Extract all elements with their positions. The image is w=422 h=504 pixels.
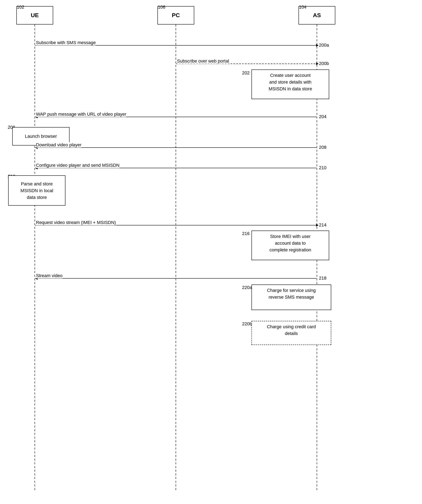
label-subscribe-web: Subscribe over web portal <box>177 59 229 64</box>
ref-106: 106 <box>158 5 165 10</box>
ref-216: 216 <box>242 231 250 236</box>
ref-200a: 200a <box>319 42 329 48</box>
label-configure: Configure video player and send MSISDN <box>36 163 119 168</box>
label-request-stream: Request video stream (IMEI + MSISDN) <box>36 220 116 225</box>
ref-104: 104 <box>299 5 307 10</box>
ref-204: 204 <box>319 114 326 119</box>
note-charge-cc: Charge using credit carddetails <box>252 321 331 345</box>
ref-218: 218 <box>319 276 326 281</box>
ref-200b: 200b <box>319 61 329 66</box>
label-download: Download video player <box>36 142 82 148</box>
diagram-svg <box>0 0 422 504</box>
note-charge-sms: Charge for service usingreverse SMS mess… <box>252 284 331 310</box>
label-subscribe-sms: Subscribe with SMS message <box>36 40 96 45</box>
ref-220b: 220b <box>242 321 252 327</box>
svg-marker-14 <box>316 224 319 227</box>
label-stream-video: Stream video <box>36 273 63 278</box>
diagram-container: UE PC AS 102 106 104 Subscribe with SMS … <box>0 0 422 504</box>
ref-208: 208 <box>319 145 326 150</box>
note-parse-msisdn: Parse and storeMSISDN in localdata store <box>8 175 66 206</box>
svg-marker-4 <box>316 44 319 47</box>
note-store-imei: Store IMEI with useraccount data tocompl… <box>252 231 329 260</box>
ref-214: 214 <box>319 222 326 228</box>
ref-102: 102 <box>17 5 24 10</box>
note-create-account: Create user accountand store details wit… <box>252 70 329 99</box>
svg-marker-6 <box>316 62 319 65</box>
ref-202: 202 <box>242 70 250 76</box>
ref-220a: 220a <box>242 285 252 290</box>
label-wap-push: WAP push message with URL of video playe… <box>36 112 126 117</box>
ref-210: 210 <box>319 165 326 170</box>
